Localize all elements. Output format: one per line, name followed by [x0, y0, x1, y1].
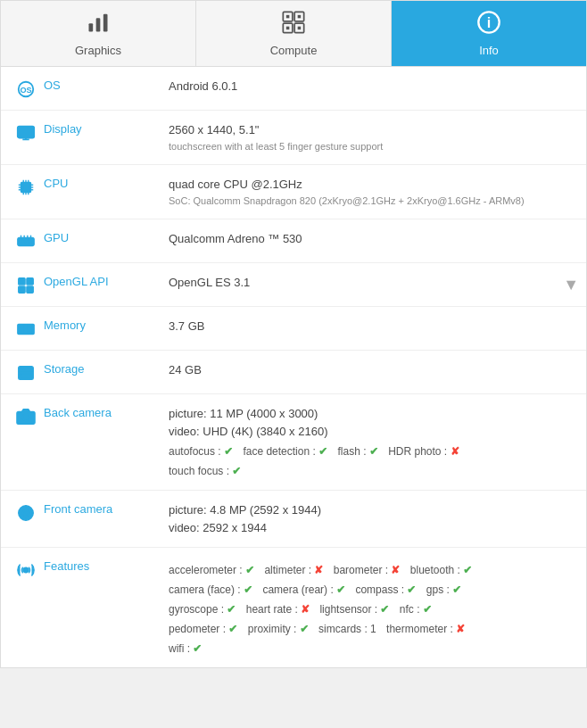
- gyroscope-feature: gyroscope : ✔: [169, 601, 236, 617]
- features-value: accelerometer : ✔ altimeter : ✘ baromete…: [169, 558, 579, 657]
- svg-rect-10: [298, 27, 302, 29]
- svg-rect-53: [21, 374, 31, 377]
- svg-point-52: [24, 368, 26, 370]
- thermometer-feature: thermometer : ✘: [386, 621, 465, 637]
- front-camera-icon: [8, 501, 44, 523]
- tab-graphics[interactable]: Graphics: [1, 1, 196, 66]
- info-icon: i: [476, 10, 501, 40]
- autofocus-check: ✔: [224, 445, 233, 458]
- svg-rect-19: [22, 184, 29, 190]
- back-camera-row: Back camera picture: 11 MP (4000 x 3000)…: [1, 394, 586, 491]
- back-camera-features-line1: autofocus : ✔ face detection : ✔ flash :…: [169, 443, 579, 459]
- camera-face-feature: camera (face) : ✔: [169, 582, 252, 598]
- cpu-label: CPU: [44, 176, 169, 190]
- opengl-label: OpenGL API: [44, 274, 169, 288]
- storage-row: Storage 24 GB: [1, 351, 586, 394]
- touch-focus-feature: touch focus : ✔: [169, 463, 241, 479]
- back-camera-icon: [8, 405, 44, 426]
- accelerometer-feature: accelerometer : ✔: [169, 562, 254, 578]
- display-icon: [8, 121, 44, 143]
- svg-text:i: i: [487, 14, 492, 30]
- back-camera-features-line2: touch focus : ✔: [169, 463, 579, 479]
- features-label: Features: [44, 558, 169, 573]
- lightsensor-feature: lightsensor : ✔: [319, 601, 389, 617]
- svg-rect-42: [27, 286, 33, 293]
- svg-rect-15: [18, 127, 34, 138]
- gpu-label: GPU: [44, 230, 169, 244]
- altimeter-feature: altimeter : ✘: [264, 562, 323, 578]
- os-icon: OS: [8, 78, 44, 99]
- opengl-row: OpenGL API OpenGL ES 3.1 ▼: [1, 263, 586, 307]
- face-detection-check: ✔: [318, 445, 327, 458]
- front-camera-label: Front camera: [44, 501, 169, 516]
- camera-rear-feature: camera (rear) : ✔: [262, 582, 345, 598]
- simcards-feature: simcards : 1: [318, 621, 376, 637]
- proximity-feature: proximity : ✔: [248, 621, 309, 637]
- compass-feature: compass : ✔: [355, 582, 416, 598]
- pedometer-feature: pedometer : ✔: [169, 621, 237, 637]
- gpu-icon: [8, 230, 44, 252]
- nfc-feature: nfc : ✔: [400, 601, 432, 617]
- back-camera-value: picture: 11 MP (4000 x 3000) video: UHD …: [169, 405, 579, 479]
- svg-rect-8: [298, 15, 302, 18]
- hdr-cross: ✘: [451, 445, 459, 458]
- svg-rect-0: [89, 23, 94, 31]
- svg-point-57: [25, 512, 27, 514]
- svg-rect-40: [27, 278, 33, 285]
- front-camera-row: Front camera picture: 4.8 MP (2592 x 194…: [1, 491, 586, 548]
- svg-point-54: [22, 414, 29, 420]
- features-line5: wifi : ✔: [169, 641, 579, 657]
- tab-graphics-label: Graphics: [75, 44, 121, 57]
- memory-icon: [8, 318, 44, 339]
- storage-label: Storage: [44, 361, 169, 376]
- svg-point-51: [21, 368, 23, 370]
- os-value: Android 6.0.1: [169, 78, 579, 95]
- storage-icon: [8, 361, 44, 383]
- opengl-icon: [8, 274, 44, 295]
- memory-row: Memory 3.7 GB: [1, 307, 586, 351]
- main-container: Graphics Compute: [0, 0, 587, 668]
- wifi-feature: wifi : ✔: [169, 641, 202, 657]
- storage-value: 24 GB: [169, 361, 579, 379]
- cpu-value: quad core CPU @2.1GHz SoC: Qualcomm Snap…: [169, 176, 579, 208]
- tab-compute-label: Compute: [270, 44, 318, 57]
- display-row: Display 2560 x 1440, 5.1" touchscreen wi…: [1, 111, 586, 165]
- flash-check: ✔: [369, 445, 378, 458]
- svg-text:OS: OS: [20, 86, 31, 95]
- svg-rect-2: [103, 14, 108, 32]
- cpu-icon: [8, 176, 44, 197]
- features-icon: [8, 558, 44, 580]
- tab-info[interactable]: i Info: [392, 1, 586, 66]
- svg-point-62: [23, 567, 29, 573]
- cpu-row: CPU quad core CPU @2.1GHz SoC: Qualcomm …: [1, 165, 586, 219]
- tab-info-label: Info: [479, 44, 499, 57]
- svg-rect-1: [96, 18, 101, 31]
- autofocus-feature: autofocus : ✔: [169, 443, 233, 459]
- bluetooth-feature: bluetooth : ✔: [410, 562, 472, 578]
- tab-bar: Graphics Compute: [1, 1, 586, 67]
- gpu-value: Qualcomm Adreno ™ 530: [169, 230, 579, 248]
- graphics-icon: [86, 10, 111, 40]
- features-line4: pedometer : ✔ proximity : ✔ simcards : 1…: [169, 621, 579, 637]
- barometer-feature: barometer : ✘: [334, 562, 401, 578]
- display-label: Display: [44, 121, 169, 136]
- features-row: Features accelerometer : ✔ altimeter : ✘…: [1, 548, 586, 667]
- features-line3: gyroscope : ✔ heart rate : ✘ lightsensor…: [169, 601, 579, 617]
- svg-rect-7: [286, 15, 290, 18]
- svg-point-33: [21, 240, 25, 244]
- gps-feature: gps : ✔: [426, 582, 461, 598]
- opengl-chevron-icon[interactable]: ▼: [563, 276, 579, 294]
- flash-feature: flash : ✔: [337, 443, 377, 459]
- svg-point-34: [26, 240, 29, 244]
- os-row: OS OS Android 6.0.1: [1, 67, 586, 111]
- tab-compute[interactable]: Compute: [196, 1, 392, 66]
- front-camera-value: picture: 4.8 MP (2592 x 1944) video: 259…: [169, 501, 579, 536]
- svg-rect-41: [19, 286, 25, 293]
- touch-focus-check: ✔: [232, 465, 241, 477]
- os-label: OS: [44, 78, 169, 92]
- gpu-row: GPU Qualcomm Adreno ™ 530: [1, 219, 586, 263]
- memory-value: 3.7 GB: [169, 318, 579, 335]
- features-line2: camera (face) : ✔ camera (rear) : ✔ comp…: [169, 582, 579, 598]
- svg-rect-39: [19, 278, 25, 285]
- compute-icon: [281, 10, 306, 40]
